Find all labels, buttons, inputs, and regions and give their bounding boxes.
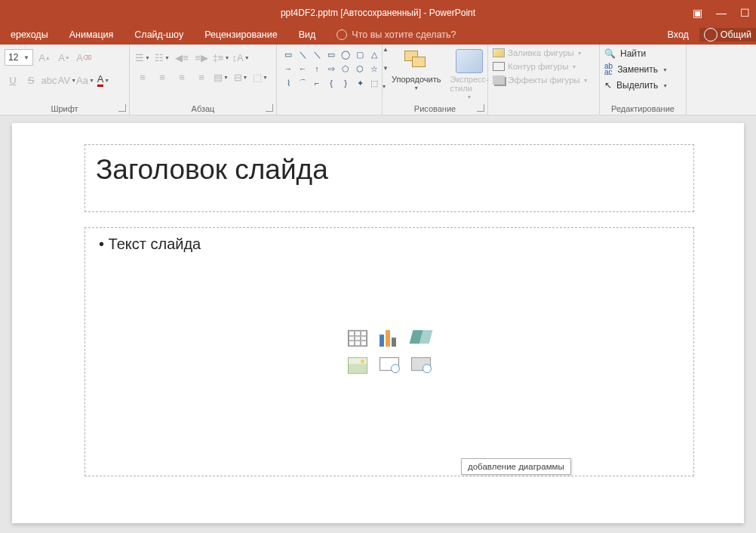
cursor-icon: ↖: [604, 80, 612, 91]
quick-styles-button[interactable]: Экспресс-стили ▼: [445, 46, 493, 103]
share-button[interactable]: Общий: [699, 28, 756, 42]
chart-tooltip: добавление диаграммы: [461, 458, 571, 475]
columns-icon[interactable]: ▤▼: [213, 69, 229, 85]
character-spacing-icon[interactable]: AV▼: [59, 72, 75, 88]
font-color-icon[interactable]: A▼: [95, 72, 112, 88]
shape-line2-icon[interactable]: ＼: [310, 48, 324, 61]
shape-brace-l-icon[interactable]: {: [324, 76, 338, 90]
shape-arrow-u-icon[interactable]: ↑: [310, 62, 324, 75]
content-text[interactable]: Текст слайда: [99, 236, 680, 253]
arrange-button[interactable]: Упорядочить ▼: [387, 46, 445, 103]
strikethrough-icon[interactable]: S: [23, 72, 39, 88]
increase-font-icon[interactable]: A▲: [36, 49, 53, 66]
shape-arrow-r-icon[interactable]: →: [281, 62, 295, 75]
shape-effects-button[interactable]: Эффекты фигуры ▼: [493, 73, 595, 87]
slide-workspace: Заголовок слайда Текст слайда добавление…: [0, 116, 756, 533]
ribbon-display-icon[interactable]: ▣: [693, 7, 702, 19]
editing-group: 🔍 Найти abac Заменить ▼ ↖ Выделить ▼ Ред…: [600, 45, 687, 115]
insert-chart-icon[interactable]: [380, 330, 399, 347]
styles-label: Экспресс-стили: [450, 75, 488, 93]
justify-icon[interactable]: ≡: [193, 69, 210, 85]
shape-curve-icon[interactable]: ⌇: [281, 76, 295, 90]
shape-pentagon-icon[interactable]: ⬠: [339, 62, 352, 75]
decrease-indent-icon[interactable]: ◀≡: [174, 49, 190, 66]
shape-triangle-icon[interactable]: △: [367, 48, 381, 61]
insert-smartart-icon[interactable]: [410, 330, 433, 344]
underline-icon[interactable]: U: [5, 72, 21, 88]
shape-hexagon-icon[interactable]: ⬡: [353, 62, 367, 75]
shape-connector-icon[interactable]: ⌐: [310, 76, 324, 90]
effects-icon: [493, 75, 505, 85]
text-shadow-icon[interactable]: abc: [41, 72, 57, 88]
title-text[interactable]: Заголовок слайда: [96, 154, 683, 186]
tab-animation[interactable]: Анимация: [59, 25, 124, 45]
share-label: Общий: [721, 29, 751, 40]
shape-roundrect-icon[interactable]: ▢: [353, 48, 367, 61]
shape-outline-button[interactable]: Контур фигуры ▼: [493, 60, 595, 73]
font-group-label: Шрифт: [0, 104, 129, 113]
font-size-input[interactable]: 12 ▼: [5, 49, 33, 66]
shape-star-icon[interactable]: ☆: [367, 62, 381, 75]
fill-icon: [493, 48, 505, 57]
numbering-icon[interactable]: ☷▼: [154, 49, 171, 66]
shape-oval-icon[interactable]: ◯: [339, 48, 352, 61]
chevron-down-icon: ▼: [413, 85, 419, 91]
title-placeholder[interactable]: Заголовок слайда: [85, 144, 694, 212]
ribbon-tabs: ереходы Анимация Слайд-шоу Рецензировани…: [0, 25, 756, 45]
change-case-icon[interactable]: Aa▼: [77, 72, 94, 88]
tab-transitions[interactable]: ереходы: [0, 25, 59, 45]
arrange-label: Упорядочить: [392, 75, 441, 84]
window-controls: ▣ — ☐: [693, 7, 756, 19]
align-right-icon[interactable]: ≡: [174, 69, 190, 85]
outline-icon: [493, 62, 505, 71]
align-text-icon[interactable]: ⊟▼: [232, 69, 249, 85]
tell-me[interactable]: Что вы хотите сделать?: [326, 25, 466, 45]
insert-video-icon[interactable]: [411, 357, 431, 371]
line-spacing-icon[interactable]: ‡≡▼: [213, 49, 229, 66]
select-button[interactable]: ↖ Выделить ▼: [604, 78, 681, 93]
shape-line-icon[interactable]: ＼: [296, 48, 309, 61]
shape-arrow-block-icon[interactable]: ⇨: [324, 62, 338, 75]
ribbon: 12 ▼ A▲ A▼ A⌫ U S abc AV▼ Aa▼ A▼ Шрифт ☰…: [0, 45, 756, 116]
replace-button[interactable]: abac Заменить ▼: [604, 61, 681, 78]
person-icon: [704, 28, 718, 42]
chevron-down-icon: ▼: [467, 94, 472, 100]
tab-slideshow[interactable]: Слайд-шоу: [124, 25, 194, 45]
shape-star4-icon[interactable]: ✦: [353, 76, 367, 90]
maximize-icon[interactable]: ☐: [740, 7, 750, 19]
shape-arc-icon[interactable]: ⌒: [296, 76, 309, 90]
font-size-value: 12: [8, 52, 18, 63]
insert-online-picture-icon[interactable]: [380, 357, 399, 371]
tab-review[interactable]: Рецензирование: [194, 25, 288, 45]
drawing-dialog-launcher[interactable]: [477, 104, 484, 112]
align-left-icon[interactable]: ≡: [134, 69, 151, 85]
align-center-icon[interactable]: ≡: [154, 69, 171, 85]
shape-textbox-icon[interactable]: ▭: [281, 48, 295, 61]
signin-button[interactable]: Вход: [657, 29, 699, 40]
insert-picture-icon[interactable]: [348, 357, 367, 374]
shape-brace-r-icon[interactable]: }: [339, 76, 352, 90]
text-direction-icon[interactable]: ↕A▼: [232, 49, 249, 66]
find-button[interactable]: 🔍 Найти: [604, 46, 681, 61]
paragraph-dialog-launcher[interactable]: [266, 104, 273, 112]
decrease-font-icon[interactable]: A▼: [56, 49, 72, 66]
convert-smartart-icon[interactable]: ⬚▼: [252, 69, 269, 85]
shapes-gallery[interactable]: ▭ ＼ ＼ ▭ ◯ ▢ △ → ← ↑ ⇨ ⬠ ⬡ ☆ ⌇ ⌒ ⌐ { } ✦: [281, 48, 381, 90]
increase-indent-icon[interactable]: ≡▶: [193, 49, 210, 66]
chevron-down-icon: ▼: [23, 54, 29, 61]
content-placeholder[interactable]: Текст слайда добавление диаграммы: [85, 227, 694, 476]
font-dialog-launcher[interactable]: [118, 104, 126, 112]
insert-table-icon[interactable]: [348, 330, 367, 347]
paragraph-group-label: Абзац: [130, 104, 276, 113]
shape-arrow-l-icon[interactable]: ←: [296, 62, 309, 75]
bullets-icon[interactable]: ☰▼: [134, 49, 151, 66]
minimize-icon[interactable]: —: [716, 7, 727, 19]
clear-formatting-icon[interactable]: A⌫: [75, 49, 92, 66]
shape-rect-icon[interactable]: ▭: [324, 48, 338, 61]
font-group: 12 ▼ A▲ A▼ A⌫ U S abc AV▼ Aa▼ A▼ Шрифт: [0, 45, 130, 115]
outline-label: Контур фигуры: [508, 62, 568, 71]
shape-callout-icon[interactable]: ⬚: [367, 76, 381, 90]
shape-fill-button[interactable]: Заливка фигуры ▼: [493, 46, 595, 60]
slide-canvas[interactable]: Заголовок слайда Текст слайда добавление…: [12, 123, 744, 523]
tab-view[interactable]: Вид: [288, 25, 327, 45]
